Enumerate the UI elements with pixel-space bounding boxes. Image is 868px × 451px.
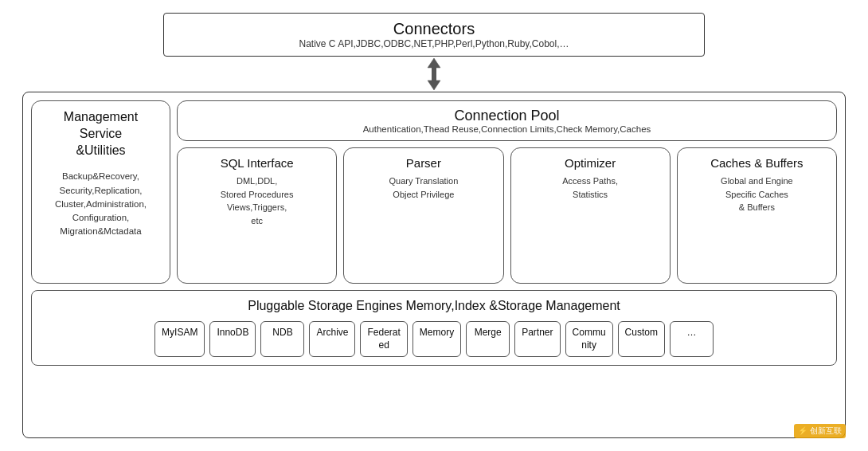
- engine-box: …: [670, 321, 714, 357]
- engine-box: Custom: [618, 321, 665, 357]
- caches-buffers-title: Caches & Buffers: [710, 156, 803, 170]
- optimizer-title: Optimizer: [565, 156, 616, 170]
- top-row: ManagementService&Utilities Backup&Recov…: [31, 100, 837, 284]
- bidirectional-arrow-icon: [418, 57, 450, 92]
- engine-box: Community: [565, 321, 613, 357]
- sql-interface-title: SQL Interface: [221, 156, 294, 170]
- engine-box: Federated: [360, 321, 407, 357]
- svg-rect-2: [432, 71, 436, 80]
- sql-interface-content: DML,DDL,Stored ProceduresViews,Triggers,…: [221, 175, 294, 227]
- right-section: Connection Pool Authentication,Thead Reu…: [177, 100, 837, 284]
- engine-box: MyISAM: [154, 321, 205, 357]
- svg-marker-3: [428, 80, 440, 90]
- storage-engines-row: MyISAMInnoDBNDBArchiveFederatedMemoryMer…: [41, 321, 827, 357]
- caches-buffers-content: Global and EngineSpecific Caches& Buffer…: [721, 175, 793, 214]
- connection-pool-subtitle: Authentication,Thead Reuse,Connection Li…: [190, 124, 823, 134]
- connectors-subtitle: Native C API,JDBC,ODBC,NET,PHP,Perl,Pyth…: [177, 38, 691, 49]
- sql-interface-box: SQL Interface DML,DDL,Stored ProceduresV…: [177, 147, 337, 284]
- parser-content: Quary TranslationObject Privilege: [389, 175, 458, 201]
- engine-box: Memory: [412, 321, 461, 357]
- connectors-title: Connectors: [177, 20, 691, 38]
- arrow-container: [418, 57, 450, 92]
- optimizer-content: Access Paths,Statistics: [562, 175, 618, 201]
- watermark-icon: ⚡: [798, 426, 807, 435]
- storage-section: Pluggable Storage Engines Memory,Index &…: [31, 290, 837, 366]
- management-box: ManagementService&Utilities Backup&Recov…: [31, 100, 170, 284]
- engine-box: Archive: [309, 321, 355, 357]
- parser-title: Parser: [406, 156, 441, 170]
- management-content: Backup&Recovery, Security,Replication, C…: [41, 170, 160, 238]
- engine-box: Merge: [466, 321, 510, 357]
- component-row: SQL Interface DML,DDL,Stored ProceduresV…: [177, 147, 837, 284]
- engine-box: Partner: [514, 321, 560, 357]
- optimizer-box: Optimizer Access Paths,Statistics: [510, 147, 671, 284]
- svg-marker-0: [428, 58, 440, 68]
- connection-pool-title: Connection Pool: [190, 108, 823, 124]
- diagram: Connectors Native C API,JDBC,ODBC,NET,PH…: [16, 6, 852, 445]
- caches-buffers-box: Caches & Buffers Global and EngineSpecif…: [677, 147, 837, 284]
- parser-box: Parser Quary TranslationObject Privilege: [343, 147, 503, 284]
- engine-box: InnoDB: [209, 321, 256, 357]
- main-body: ManagementService&Utilities Backup&Recov…: [22, 92, 846, 438]
- watermark-text: 创新互联: [810, 426, 842, 435]
- engine-box: NDB: [260, 321, 304, 357]
- watermark: ⚡ 创新互联: [794, 424, 846, 438]
- connection-pool-box: Connection Pool Authentication,Thead Reu…: [177, 100, 837, 141]
- connectors-box: Connectors Native C API,JDBC,ODBC,NET,PH…: [163, 13, 705, 57]
- management-title: ManagementService&Utilities: [41, 109, 160, 159]
- storage-title: Pluggable Storage Engines Memory,Index &…: [41, 299, 827, 313]
